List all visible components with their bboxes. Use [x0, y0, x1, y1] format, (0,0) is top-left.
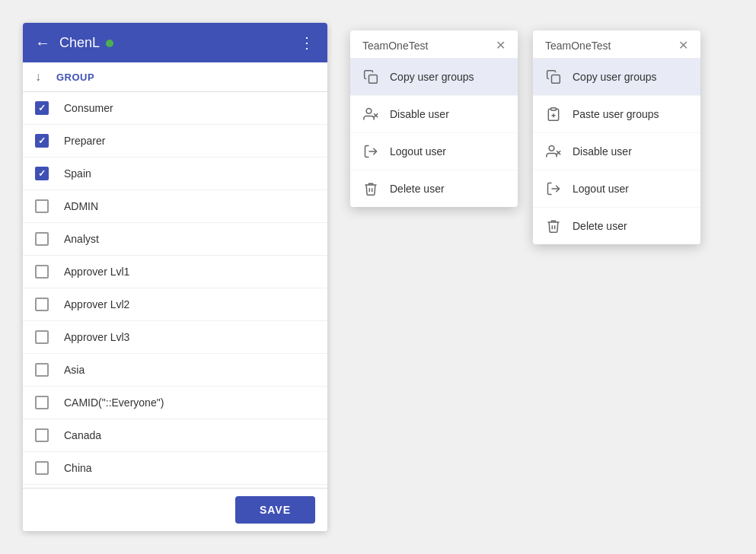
logout-icon [545, 180, 562, 197]
group-column-label: Group [56, 72, 94, 83]
group-name-label: China [64, 462, 92, 474]
menu-1-header: TeamOneTest ✕ [350, 30, 518, 59]
menu-item-copy[interactable]: Copy user groups [533, 59, 700, 96]
disable-user-icon [545, 143, 562, 160]
online-status-dot [106, 40, 113, 47]
menu-item-paste[interactable]: Paste user groups [533, 96, 700, 133]
menu-1-items: Copy user groups Disable user Logout use… [350, 59, 518, 207]
save-button[interactable]: SAVE [235, 496, 315, 524]
group-item[interactable]: Approver Lvl2 [23, 288, 327, 321]
menu-item-disable-user[interactable]: Disable user [350, 96, 518, 133]
group-checkbox[interactable] [35, 428, 49, 442]
user-name: ChenL [59, 35, 99, 50]
group-checkbox[interactable] [35, 134, 49, 148]
menus-area: TeamOneTest ✕ Copy user groups Disable u… [350, 23, 700, 244]
menu-item-delete[interactable]: Delete user [350, 170, 518, 207]
group-checkbox[interactable] [35, 101, 49, 115]
group-item[interactable]: Spain [23, 158, 327, 190]
disable-user-icon [362, 106, 379, 123]
sort-arrow-icon[interactable]: ↓ [35, 70, 41, 84]
group-checkbox[interactable] [35, 167, 49, 180]
group-item[interactable]: Analyst [23, 223, 327, 256]
group-name-label: Preparer [64, 135, 105, 147]
menu-2-items: Copy user groups Paste user groups Disab… [533, 59, 700, 244]
group-checkbox[interactable] [35, 298, 49, 311]
svg-rect-6 [551, 108, 557, 110]
menu-item-label: Paste user groups [573, 108, 659, 120]
menu-item-disable-user[interactable]: Disable user [533, 133, 700, 170]
menu-item-label: Logout user [573, 183, 629, 195]
group-item[interactable]: CAMID("::Everyone") [23, 387, 327, 419]
menu-2-title: TeamOneTest [545, 40, 611, 52]
delete-icon [545, 218, 562, 234]
menu-item-label: Delete user [573, 220, 627, 232]
menu-item-label: Logout user [390, 145, 446, 158]
group-name-label: Approver Lvl1 [64, 266, 129, 278]
group-item[interactable]: ADMIN [23, 190, 327, 223]
group-list: ConsumerPreparerSpainADMINAnalystApprove… [23, 92, 327, 488]
group-checkbox[interactable] [35, 330, 49, 344]
context-menus-row: TeamOneTest ✕ Copy user groups Disable u… [350, 30, 700, 244]
group-name-label: Asia [64, 364, 85, 376]
group-name-label: Approver Lvl2 [64, 298, 129, 310]
menu-item-logout[interactable]: Logout user [533, 170, 700, 208]
group-item[interactable]: Consumer [23, 92, 327, 125]
group-list-header: ↓ Group [23, 62, 327, 92]
menu-item-label: Disable user [390, 108, 449, 120]
logout-icon [362, 143, 379, 160]
menu-item-label: Delete user [390, 183, 445, 195]
more-options-icon[interactable]: ⋮ [299, 33, 315, 52]
group-checkbox[interactable] [35, 232, 49, 246]
group-name-label: ADMIN [64, 200, 98, 212]
copy-icon [362, 68, 379, 85]
panel-title: ChenL [59, 35, 290, 51]
svg-rect-0 [369, 75, 378, 84]
panel-header: ← ChenL ⋮ [23, 23, 327, 62]
menu-item-logout[interactable]: Logout user [350, 133, 518, 170]
group-checkbox[interactable] [35, 396, 49, 409]
back-arrow-icon[interactable]: ← [35, 34, 50, 52]
menu-1-close-button[interactable]: ✕ [496, 40, 506, 52]
group-item[interactable]: Asia [23, 354, 327, 387]
svg-rect-5 [552, 75, 560, 84]
svg-point-1 [366, 109, 372, 114]
context-menu-2: TeamOneTest ✕ Copy user groups Paste use… [533, 30, 700, 244]
group-name-label: Canada [64, 429, 101, 441]
group-checkbox[interactable] [35, 199, 49, 213]
delete-icon [362, 180, 379, 197]
menu-item-label: Copy user groups [573, 71, 657, 83]
group-name-label: CAMID("::Everyone") [64, 396, 164, 409]
paste-icon [545, 106, 562, 123]
group-name-label: Analyst [64, 233, 99, 245]
menu-2-header: TeamOneTest ✕ [533, 30, 700, 59]
context-menu-1: TeamOneTest ✕ Copy user groups Disable u… [350, 30, 518, 207]
group-item[interactable]: Approver Lvl1 [23, 256, 327, 288]
group-name-label: Consumer [64, 102, 113, 114]
group-name-label: Spain [64, 167, 91, 180]
left-panel: ← ChenL ⋮ ↓ Group ConsumerPreparerSpainA… [23, 23, 327, 531]
group-checkbox[interactable] [35, 265, 49, 279]
save-bar: SAVE [23, 488, 327, 531]
menu-item-label: Copy user groups [390, 71, 474, 83]
copy-icon [545, 68, 562, 85]
menu-item-copy[interactable]: Copy user groups [350, 59, 518, 96]
menu-item-delete[interactable]: Delete user [533, 208, 700, 244]
menu-1-title: TeamOneTest [362, 40, 428, 52]
group-checkbox[interactable] [35, 363, 49, 377]
group-item[interactable]: Preparer [23, 125, 327, 158]
group-item[interactable]: China [23, 452, 327, 485]
group-item[interactable]: Canada [23, 419, 327, 452]
group-item[interactable]: Approver Lvl3 [23, 321, 327, 354]
menu-2-close-button[interactable]: ✕ [678, 40, 688, 52]
svg-point-9 [549, 146, 554, 151]
group-name-label: Approver Lvl3 [64, 331, 129, 343]
menu-item-label: Disable user [573, 145, 632, 158]
group-checkbox[interactable] [35, 461, 49, 475]
